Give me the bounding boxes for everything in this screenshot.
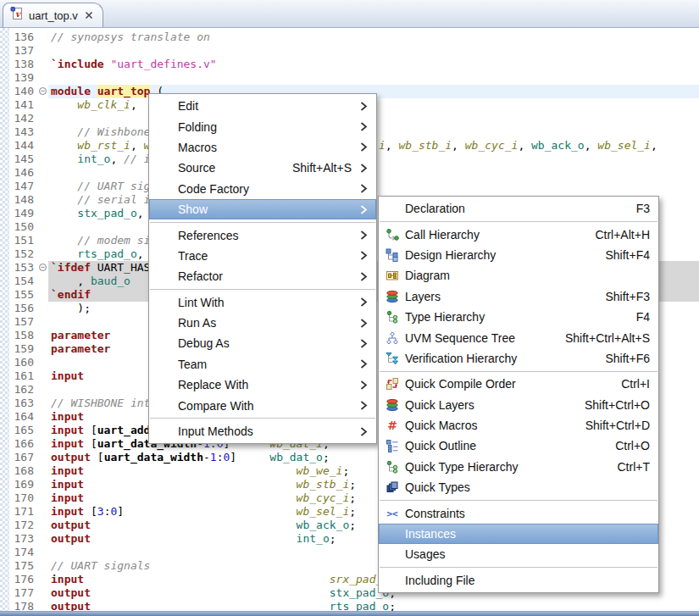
- menu-item-trace[interactable]: Trace: [149, 246, 376, 266]
- menu-item-run-as[interactable]: Run As: [149, 313, 376, 333]
- line-number: 170: [0, 491, 39, 505]
- fold-column[interactable]: −: [39, 261, 48, 275]
- menu-item-shortcut: Shift+Ctrl+Alt+S: [546, 331, 650, 345]
- code-token: [91, 532, 297, 545]
- code-token: ,: [585, 139, 598, 152]
- code-token: // UART signals: [51, 559, 150, 572]
- code-token: wb_sel_i: [297, 505, 350, 518]
- menu-item-label: Usages: [405, 547, 445, 561]
- quick-compile-order-icon: [385, 377, 400, 391]
- menu-item-including-file[interactable]: Including File: [379, 570, 658, 591]
- menu-item-diagram[interactable]: Diagram: [379, 265, 658, 286]
- fold-collapse-icon[interactable]: −: [39, 264, 47, 271]
- line-number: 144: [0, 139, 39, 153]
- submenu-arrow-icon: [360, 205, 368, 214]
- menu-item-uvm-sequence-tree[interactable]: UVM Sequence TreeShift+Ctrl+Alt+S: [379, 327, 658, 347]
- code-line-138[interactable]: 138`include "uart_defines.v": [0, 58, 699, 71]
- menu-item-label: Call Hierarchy: [405, 228, 480, 241]
- line-number: 155: [0, 288, 39, 302]
- menu-item-call-hierarchy[interactable]: Call HierarchyCtrl+Alt+H: [379, 224, 658, 244]
- menu-item-quick-layers[interactable]: Quick LayersShift+Ctrl+O: [379, 395, 658, 415]
- tab-uart-top[interactable]: v uart_top.v: [3, 3, 103, 27]
- menu-item-replace-with[interactable]: Replace With: [149, 375, 376, 395]
- menu-item-quick-macros[interactable]: #Quick MacrosShift+Ctrl+D: [379, 415, 658, 436]
- menu-item-design-hierarchy[interactable]: Design HierarchyShift+F4: [379, 245, 658, 265]
- code-token: // serial i: [77, 193, 150, 206]
- line-number: 154: [0, 275, 39, 288]
- window-bottom-border: [0, 611, 699, 616]
- code-token: input: [51, 424, 84, 436]
- menu-item-code-factory[interactable]: Code Factory: [149, 179, 376, 199]
- menu-item-lint-with[interactable]: Lint With: [149, 292, 376, 313]
- menu-item-label: Replace With: [178, 378, 248, 391]
- menu-item-shortcut: Shift+F4: [586, 248, 650, 262]
- menu-item-folding[interactable]: Folding: [149, 116, 376, 136]
- menu-item-instances[interactable]: Instances: [379, 524, 658, 544]
- menu-item-team[interactable]: Team: [149, 354, 376, 375]
- code-token: ,: [130, 98, 137, 111]
- menu-item-edit[interactable]: Edit: [149, 96, 376, 116]
- fold-column-empty: [39, 31, 48, 44]
- menu-item-shortcut: Shift+Ctrl+D: [567, 419, 650, 432]
- type-hierarchy-icon: [385, 460, 400, 474]
- menu-item-input-methods[interactable]: Input Methods: [149, 421, 376, 441]
- menu-item-verification-hierarchy[interactable]: Verification HierarchyShift+F6: [379, 348, 658, 369]
- menu-item-quick-types[interactable]: Quick Types: [379, 477, 658, 497]
- code-token: output: [51, 451, 91, 463]
- menu-item-compare-with[interactable]: Compare With: [149, 395, 376, 415]
- code-token: input: [51, 410, 84, 423]
- menu-item-debug-as[interactable]: Debug As: [149, 333, 376, 353]
- menu-item-quick-outline[interactable]: Quick OutlineCtrl+O: [379, 436, 658, 456]
- line-number: 153: [0, 261, 39, 275]
- menu-item-label: Quick Compile Order: [405, 377, 516, 391]
- code-token: uart_add: [97, 424, 151, 436]
- menu-separator: [380, 567, 657, 568]
- menu-item-refactor[interactable]: Refactor: [149, 266, 376, 286]
- code-token: -: [203, 451, 210, 463]
- code-token: // i: [124, 153, 150, 165]
- submenu-arrow-icon: [360, 251, 368, 260]
- code-token: [84, 464, 296, 477]
- menu-item-quick-type-hierarchy[interactable]: Quick Type HierarchyCtrl+T: [379, 457, 658, 477]
- code-token: // synopsys translate on: [51, 31, 210, 43]
- line-number: 138: [0, 58, 39, 71]
- code-token: ,: [386, 139, 399, 152]
- menu-item-references[interactable]: References: [149, 225, 376, 245]
- menu-item-usages[interactable]: Usages: [379, 544, 658, 564]
- menu-item-show[interactable]: Show: [149, 199, 376, 219]
- menu-item-quick-compile-order[interactable]: Quick Compile OrderCtrl+I: [379, 374, 658, 394]
- code-token: // modem si: [77, 234, 150, 247]
- line-number: 148: [0, 193, 39, 207]
- code-token: ;: [349, 505, 356, 518]
- code-line-137[interactable]: 137: [0, 44, 699, 58]
- menu-item-macros[interactable]: Macros: [149, 137, 376, 158]
- code-token: ,: [130, 139, 144, 152]
- code-token: // WISHBONE int: [51, 397, 150, 409]
- code-text-continued: i, wb_stb_i, wb_cyc_i, wb_ack_o, wb_sel_…: [379, 139, 657, 153]
- menu-item-type-hierarchy[interactable]: Type HierarchyF4: [379, 307, 658, 327]
- menu-item-declaration[interactable]: DeclarationF3: [379, 198, 658, 219]
- fold-column-empty: [39, 125, 48, 139]
- line-number: 146: [0, 166, 39, 180]
- code-line-139[interactable]: 139: [0, 71, 699, 85]
- submenu-arrow-icon: [360, 427, 368, 436]
- fold-collapse-icon[interactable]: −: [39, 87, 47, 95]
- menu-item-label: Layers: [405, 290, 441, 303]
- menu-item-source[interactable]: SourceShift+Alt+S: [149, 158, 376, 178]
- menu-item-label: Including File: [405, 574, 475, 587]
- fold-column-empty: [39, 275, 48, 288]
- fold-column[interactable]: −: [39, 85, 48, 98]
- menu-item-shortcut: Ctrl+T: [599, 460, 651, 474]
- fold-column-empty: [39, 112, 48, 125]
- code-text: [48, 44, 699, 58]
- tab-close-icon[interactable]: [85, 11, 93, 19]
- code-token: ;: [349, 519, 356, 531]
- fold-column-empty: [39, 397, 48, 410]
- code-token: ,: [452, 139, 465, 152]
- fold-column-empty: [39, 98, 48, 112]
- menu-item-label: Quick Outline: [405, 439, 476, 452]
- code-line-136[interactable]: 136// synopsys translate on: [0, 31, 699, 44]
- menu-item-label: References: [178, 229, 239, 242]
- menu-item-layers[interactable]: LayersShift+F3: [379, 286, 658, 307]
- menu-item-constraints[interactable]: ><Constraints: [379, 502, 658, 523]
